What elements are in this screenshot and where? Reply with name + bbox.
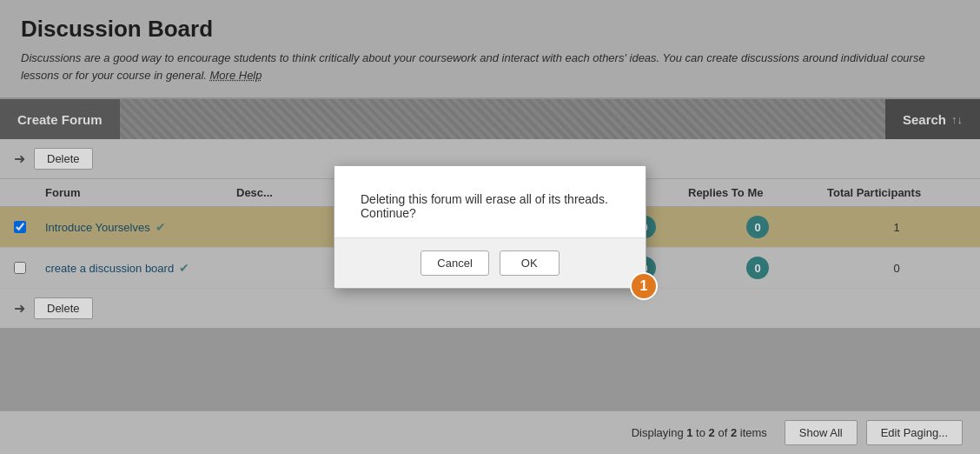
modal-overlay: Deleting this forum will erase all of it… bbox=[0, 0, 980, 454]
confirmation-modal: Deleting this forum will erase all of it… bbox=[334, 165, 646, 289]
modal-badge-number: 1 bbox=[630, 272, 658, 300]
modal-body: Deleting this forum will erase all of it… bbox=[334, 166, 646, 237]
modal-message: Deleting this forum will erase all of it… bbox=[361, 192, 608, 220]
modal-cancel-button[interactable]: Cancel bbox=[420, 250, 488, 276]
modal-footer: Cancel OK bbox=[334, 237, 646, 288]
modal-ok-button[interactable]: OK bbox=[500, 250, 560, 276]
